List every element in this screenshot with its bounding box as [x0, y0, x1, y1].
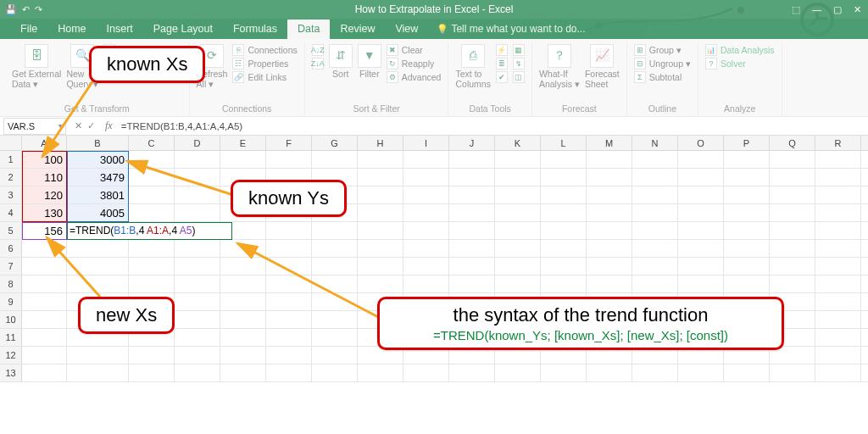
cell-H5[interactable] [358, 222, 403, 239]
group-button[interactable]: ⊞Group ▾ [634, 44, 691, 56]
col-header-M[interactable]: M [587, 136, 632, 150]
cell-A13[interactable] [22, 364, 67, 381]
cell-E9[interactable] [220, 293, 266, 310]
cell-N8[interactable] [632, 275, 678, 292]
cell-C8[interactable] [129, 275, 175, 292]
cell-B2[interactable]: 3479 [67, 169, 129, 186]
cell-I3[interactable] [403, 186, 449, 203]
cell-Q5[interactable] [770, 222, 815, 239]
ungroup-button[interactable]: ⊟Ungroup ▾ [634, 58, 691, 70]
cell-Q13[interactable] [770, 364, 815, 381]
cell-Q8[interactable] [770, 275, 815, 292]
relationships-button[interactable]: ↯ [513, 58, 525, 70]
tab-home[interactable]: Home [47, 19, 96, 39]
cell-O7[interactable] [678, 258, 724, 275]
cell-K6[interactable] [495, 240, 541, 257]
whatif-button[interactable]: ？What-If Analysis ▾ [539, 44, 580, 89]
cell-R8[interactable] [815, 275, 861, 292]
cell-E1[interactable] [220, 151, 266, 168]
cell-I8[interactable] [403, 275, 449, 292]
row-header-13[interactable]: 13 [0, 364, 22, 381]
insert-function-button[interactable]: fx [100, 120, 118, 132]
cell-A12[interactable] [22, 347, 67, 364]
cell-M1[interactable] [587, 151, 632, 168]
tab-data[interactable]: Data [287, 19, 330, 39]
cell-K13[interactable] [495, 364, 541, 381]
cell-C2[interactable] [129, 169, 175, 186]
get-external-data-button[interactable]: 🗄Get External Data ▾ [12, 44, 61, 89]
cell-A5[interactable]: 156 [22, 222, 67, 239]
cell-D2[interactable] [175, 169, 220, 186]
forecast-sheet-button[interactable]: 📈Forecast Sheet [585, 44, 620, 89]
cell-C1[interactable] [129, 151, 175, 168]
save-icon[interactable]: 💾 [5, 4, 17, 15]
flash-fill-button[interactable]: ⚡ [496, 44, 508, 56]
cell-R6[interactable] [815, 240, 861, 257]
col-header-G[interactable]: G [312, 136, 358, 150]
col-header-P[interactable]: P [724, 136, 770, 150]
cell-R7[interactable] [815, 258, 861, 275]
col-header-B[interactable]: B [67, 136, 129, 150]
ribbon-display-icon[interactable]: ⬚ [792, 4, 800, 15]
cell-P4[interactable] [724, 204, 770, 221]
cell-K8[interactable] [495, 275, 541, 292]
cell-E13[interactable] [220, 364, 266, 381]
cell-D4[interactable] [175, 204, 220, 221]
cell-O2[interactable] [678, 169, 724, 186]
row-header-12[interactable]: 12 [0, 347, 22, 364]
cell-A1[interactable]: 100 [22, 151, 67, 168]
cell-C12[interactable] [129, 347, 175, 364]
cell-B3[interactable]: 3801 [67, 186, 129, 203]
col-header-I[interactable]: I [403, 136, 449, 150]
cell-N5[interactable] [632, 222, 678, 239]
cell-D3[interactable] [175, 186, 220, 203]
cell-R9[interactable] [815, 293, 861, 310]
cell-C7[interactable] [129, 258, 175, 275]
cell-R1[interactable] [815, 151, 861, 168]
cell-M5[interactable] [587, 222, 632, 239]
cell-R11[interactable] [815, 329, 861, 346]
cell-A10[interactable] [22, 311, 67, 328]
cell-L7[interactable] [541, 258, 587, 275]
cell-M2[interactable] [587, 169, 632, 186]
cell-R4[interactable] [815, 204, 861, 221]
cell-F11[interactable] [266, 329, 312, 346]
cell-K2[interactable] [495, 169, 541, 186]
tell-me-search[interactable]: Tell me what you want to do... [428, 19, 593, 39]
cell-I13[interactable] [403, 364, 449, 381]
cell-B12[interactable] [67, 347, 129, 364]
col-header-A[interactable]: A [22, 136, 67, 150]
cell-H4[interactable] [358, 204, 403, 221]
cell-O4[interactable] [678, 204, 724, 221]
cell-Q1[interactable] [770, 151, 815, 168]
cell-J13[interactable] [449, 364, 495, 381]
cell-A6[interactable] [22, 240, 67, 257]
cell-B7[interactable] [67, 258, 129, 275]
cell-O1[interactable] [678, 151, 724, 168]
col-header-L[interactable]: L [541, 136, 587, 150]
cell-R13[interactable] [815, 364, 861, 381]
row-header-4[interactable]: 4 [0, 204, 22, 221]
cell-F9[interactable] [266, 293, 312, 310]
cell-L2[interactable] [541, 169, 587, 186]
cell-N2[interactable] [632, 169, 678, 186]
cell-K3[interactable] [495, 186, 541, 203]
cell-H6[interactable] [358, 240, 403, 257]
cell-D8[interactable] [175, 275, 220, 292]
cell-J8[interactable] [449, 275, 495, 292]
cell-K7[interactable] [495, 258, 541, 275]
row-header-5[interactable]: 5 [0, 222, 22, 239]
cell-J7[interactable] [449, 258, 495, 275]
select-all-corner[interactable] [0, 136, 22, 150]
advanced-filter-button[interactable]: ⚙Advanced [387, 71, 442, 83]
cell-L13[interactable] [541, 364, 587, 381]
cell-J2[interactable] [449, 169, 495, 186]
tab-insert[interactable]: Insert [97, 19, 143, 39]
tab-file[interactable]: File [10, 19, 47, 39]
solver-button[interactable]: ?Solver [705, 58, 775, 70]
cell-F12[interactable] [266, 347, 312, 364]
cell-C13[interactable] [129, 364, 175, 381]
cell-F13[interactable] [266, 364, 312, 381]
cell-K1[interactable] [495, 151, 541, 168]
cell-I7[interactable] [403, 258, 449, 275]
